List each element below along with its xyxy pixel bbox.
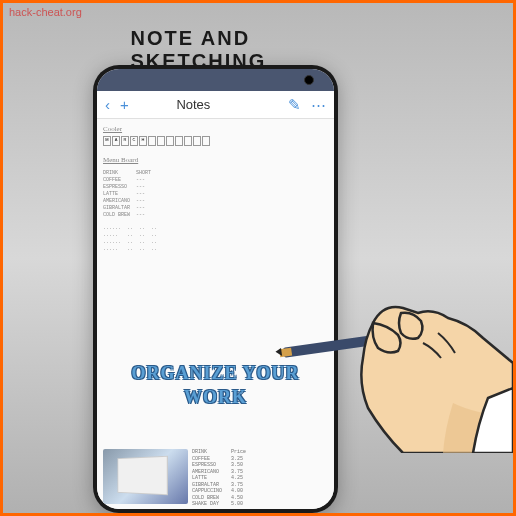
dots-sketch: ...... .. .. .. ..... .. .. .. ...... ..… [103,225,328,253]
sketch-header-2: Menu Board [103,156,328,164]
watermark-text: hack-cheat.org [9,6,82,18]
nav-bar: ‹ + Notes ✎ ⋯ [97,91,334,119]
cal-cell [202,136,210,146]
photo-thumbnail[interactable] [103,449,188,504]
camera-cutout [304,75,314,85]
bottom-section: DRINK Price COFFEE 3.25 ESPRESSO 3.50 AM… [103,449,328,509]
cal-cell: A [112,136,120,146]
hand-illustration [273,253,513,453]
menu-sketch: DRINK SHORT COFFEE --- ESPRESSO --- LATT… [103,170,328,219]
cal-cell [193,136,201,146]
cal-cell [157,136,165,146]
cal-cell: M [103,136,111,146]
menu-icon[interactable]: ⋯ [311,96,326,114]
cal-cell: C [130,136,138,146]
nav-title: Notes [109,97,278,112]
status-bar [97,69,334,91]
cal-cell [175,136,183,146]
edit-icon[interactable]: ✎ [288,96,301,114]
cal-cell [166,136,174,146]
cal-cell [184,136,192,146]
price-list: DRINK Price COFFEE 3.25 ESPRESSO 3.50 AM… [192,449,246,509]
sketch-header-1: Cooler [103,125,328,133]
calendar-sketch: M A R C H [103,136,328,146]
cal-cell: R [121,136,129,146]
cal-cell: H [139,136,147,146]
cal-cell [148,136,156,146]
